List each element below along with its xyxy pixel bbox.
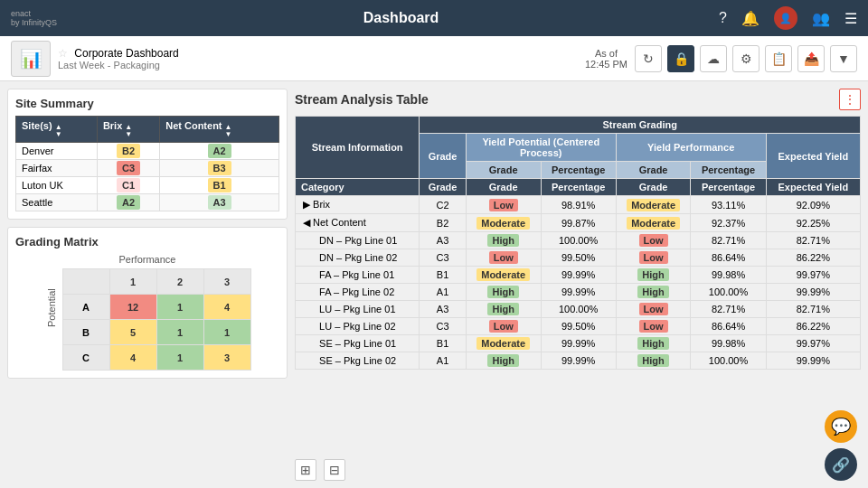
matrix-cell: 1: [156, 320, 203, 345]
grade-badge: High: [487, 354, 518, 367]
row-yield-pct: 99.99%: [541, 284, 616, 301]
row-expected-yield: 92.09%: [766, 196, 860, 214]
perf-badge: Low: [639, 234, 668, 247]
stream-menu-button[interactable]: ⋮: [839, 89, 861, 110]
site-summary-card: Site Summary Site(s) ▲▼ Brix ▲▼ Net Cont…: [7, 89, 288, 220]
perf-badge: Low: [639, 251, 668, 264]
matrix-col-header: 2: [156, 269, 203, 295]
row-yield-grade: Moderate: [466, 335, 541, 352]
expected-yield-col-header: Expected Yield: [766, 179, 860, 196]
row-perf-grade: Moderate: [616, 196, 691, 214]
copy-icon[interactable]: 📋: [765, 45, 792, 72]
matrix-row-header: C: [62, 345, 109, 371]
matrix-cell: 1: [156, 295, 203, 320]
matrix-row-header: A: [62, 295, 109, 320]
row-category: LU – Pkg Line 02: [296, 318, 420, 335]
lock-icon[interactable]: 🔒: [667, 45, 694, 72]
matrix-col-header: 3: [203, 269, 250, 295]
sort-arrows: ▲▼: [225, 124, 232, 138]
chat-button[interactable]: 💬: [825, 410, 857, 443]
row-yield-grade: Low: [466, 318, 541, 335]
stream-table-container[interactable]: Stream Information Stream Grading Grade …: [295, 116, 861, 454]
refresh-icon[interactable]: ↻: [635, 45, 662, 72]
filter-icon[interactable]: ▼: [830, 45, 857, 72]
row-arrow[interactable]: ◀: [303, 217, 310, 228]
row-perf-grade: Low: [616, 232, 691, 249]
users-icon[interactable]: 👥: [812, 10, 830, 27]
matrix-row: A1214: [62, 295, 250, 320]
as-of-label: As of 12:45 PM: [585, 48, 627, 70]
brix-grade: C1: [97, 177, 159, 194]
site-name: Seattle: [16, 194, 98, 211]
export-icon[interactable]: 📤: [797, 45, 825, 72]
expand-all-button[interactable]: ⊞: [295, 459, 316, 481]
perf-badge: High: [637, 354, 668, 367]
menu-icon[interactable]: ☰: [844, 10, 857, 27]
brix-col-header[interactable]: Brix ▲▼: [97, 117, 159, 143]
row-yield-pct: 100.00%: [541, 232, 616, 249]
row-grade: B1: [420, 335, 467, 352]
settings-icon[interactable]: ⚙: [732, 45, 760, 72]
site-name: Luton UK: [16, 177, 98, 194]
row-expected-yield: 99.99%: [766, 284, 860, 301]
row-yield-pct: 99.50%: [541, 318, 616, 335]
row-grade: C3: [420, 249, 467, 267]
stream-table-row: LU – Pkg Line 02 C3 Low 99.50% Low 86.64…: [296, 318, 861, 335]
site-col-header[interactable]: Site(s) ▲▼: [16, 117, 98, 143]
row-yield-grade: High: [466, 232, 541, 249]
table-row: Seattle A2 A3: [16, 194, 279, 211]
row-arrow[interactable]: ▶: [303, 199, 310, 210]
table-footer: ⊞ ⊟: [295, 459, 861, 481]
row-perf-pct: 100.00%: [691, 284, 766, 301]
grade-badge: Low: [489, 199, 518, 211]
bell-icon[interactable]: 🔔: [741, 10, 760, 27]
row-yield-grade: Moderate: [466, 267, 541, 284]
expected-yield-header: Expected Yield: [766, 134, 860, 179]
star-icon[interactable]: ☆: [58, 47, 68, 60]
avatar[interactable]: 👤: [774, 6, 797, 30]
brix-grade: B2: [97, 143, 159, 160]
matrix-cell: 12: [109, 295, 156, 320]
stream-table-row: ▶ Brix C2 Low 98.91% Moderate 93.11% 92.…: [296, 196, 861, 214]
perf-badge: High: [637, 268, 668, 281]
page-title: Dashboard: [83, 10, 719, 26]
row-perf-grade: High: [616, 267, 691, 284]
stream-table-row: ◀ Net Content B2 Moderate 99.87% Moderat…: [296, 214, 861, 232]
grade-header: Grade: [420, 134, 467, 179]
site-name: Fairfax: [16, 160, 98, 177]
stream-table-row: LU – Pkg Line 01 A3 High 100.00% Low 82.…: [296, 301, 861, 318]
row-perf-grade: High: [616, 352, 691, 370]
perf-badge: Moderate: [627, 199, 680, 211]
row-perf-grade: Low: [616, 318, 691, 335]
site-name: Denver: [16, 143, 98, 160]
secondary-bar: 📊 ☆ Corporate Dashboard Last Week - Pack…: [0, 36, 868, 81]
logo: enact by InfinityQS: [11, 9, 83, 27]
row-grade: A3: [420, 301, 467, 318]
grade-badge: Low: [489, 320, 518, 333]
yield-potential-header: Yield Potential (CenteredProcess): [466, 134, 616, 162]
cloud-icon[interactable]: ☁: [700, 45, 727, 72]
matrix-row: C413: [62, 345, 250, 371]
breadcrumb-title: ☆ Corporate Dashboard: [58, 47, 578, 60]
row-grade: A3: [420, 232, 467, 249]
row-perf-grade: High: [616, 284, 691, 301]
stream-table: Stream Information Stream Grading Grade …: [295, 116, 861, 370]
grade-badge: Moderate: [476, 337, 530, 350]
site-summary-title: Site Summary: [15, 97, 279, 110]
grading-matrix-card: Grading Matrix Performance Potential 123…: [7, 227, 288, 379]
help-icon[interactable]: ?: [719, 10, 727, 26]
matrix-wrapper: Performance Potential 123A1214B511C413: [44, 254, 251, 371]
collapse-all-button[interactable]: ⊟: [324, 459, 345, 481]
link-button[interactable]: 🔗: [825, 448, 857, 481]
category-header: Category: [296, 179, 420, 196]
perf-badge: High: [637, 337, 668, 350]
grade-badge: Moderate: [476, 268, 530, 281]
row-perf-grade: Moderate: [616, 214, 691, 232]
row-yield-pct: 100.00%: [541, 301, 616, 318]
site-table: Site(s) ▲▼ Brix ▲▼ Net Content ▲▼ Denver…: [15, 116, 279, 211]
row-category: DN – Pkg Line 02: [296, 249, 420, 267]
brix-grade: A2: [97, 194, 159, 211]
grade-col3-header: Grade: [616, 179, 691, 196]
netcontent-col-header[interactable]: Net Content ▲▼: [160, 117, 279, 143]
stream-grading-header: Stream Grading: [420, 117, 861, 134]
